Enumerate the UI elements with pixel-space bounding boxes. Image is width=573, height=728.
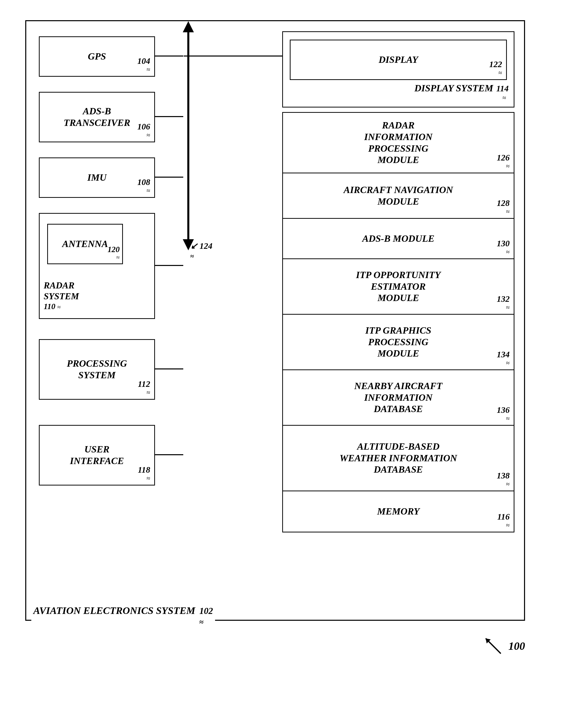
processing-system-label: PROCESSINGSYSTEM	[67, 358, 127, 381]
antenna-label: ANTENNA	[62, 238, 108, 250]
ads-b-module-box: ADS-B MODULE 130 ≈	[283, 219, 514, 259]
radar-system-label: RADARSYSTEM	[44, 280, 79, 302]
ui-hline	[155, 454, 183, 455]
radar-info-label: RADARINFORMATIONPROCESSINGMODULE	[364, 120, 432, 166]
aviation-electronics-border: AVIATION ELECTRONICS SYSTEM 102 ≈ GPS 10…	[25, 20, 525, 621]
ads-b-transceiver-label: ADS-BTRANSCEIVER	[64, 106, 130, 128]
radar-system-box: ANTENNA 120 ≈ RADARSYSTEM 110 ≈	[39, 213, 155, 319]
nearby-aircraft-label: NEARBY AIRCRAFTINFORMATIONDATABASE	[354, 380, 442, 415]
itp-graphics-ref: 134	[497, 350, 510, 359]
display-system-label: DISPLAY SYSTEM	[414, 82, 493, 94]
radar-info-box: RADARINFORMATIONPROCESSINGMODULE 126 ≈	[283, 113, 514, 173]
figure-ref: 100	[508, 640, 525, 653]
itp-opportunity-label: ITP OPPORTUNITYESTIMATORMODULE	[356, 269, 440, 304]
user-interface-box: USERINTERFACE 118 ≈	[39, 425, 155, 486]
itp-opportunity-box: ITP OPPORTUNITYESTIMATORMODULE 132 ≈	[283, 259, 514, 315]
ads-b-transceiver-ref: 106	[137, 122, 150, 131]
memory-box: MEMORY 116 ≈	[283, 491, 514, 532]
processing-hline	[155, 369, 183, 370]
itp-graphics-box: ITP GRAPHICSPROCESSINGMODULE 134 ≈	[283, 315, 514, 370]
bus-to-right-hline	[184, 56, 282, 57]
user-interface-label: USERINTERFACE	[70, 444, 124, 466]
gps-label: GPS	[88, 51, 106, 62]
aircraft-nav-ref: 128	[497, 198, 510, 208]
ads-b-module-ref: 130	[497, 239, 510, 248]
aviation-ref: 102 ≈	[199, 606, 213, 627]
memory-ref: 116	[497, 512, 510, 521]
aviation-label: AVIATION ELECTRONICS SYSTEM	[33, 605, 195, 617]
antenna-box: ANTENNA 120 ≈	[47, 224, 123, 264]
display-system-ref: 114	[496, 84, 509, 93]
gps-box: GPS 104 ≈	[39, 36, 155, 77]
radar-hline	[155, 265, 183, 266]
ads-b-hline	[155, 116, 183, 117]
modules-border: RADARINFORMATIONPROCESSINGMODULE 126 ≈ A…	[282, 112, 514, 533]
display-ref: 122	[489, 60, 502, 69]
ads-b-module-label: ADS-B MODULE	[362, 233, 434, 244]
display-system-tilde: ≈	[283, 94, 514, 102]
page: AVIATION ELECTRONICS SYSTEM 102 ≈ GPS 10…	[0, 0, 573, 728]
user-interface-ref: 118	[138, 465, 150, 474]
radar-system-ref: 110	[44, 302, 55, 311]
display-label: DISPLAY	[379, 54, 418, 66]
bus-ref-label: ↙ 124 ≈	[190, 241, 213, 261]
aircraft-nav-box: AIRCRAFT NAVIGATIONMODULE 128 ≈	[283, 173, 514, 219]
figure-arrow-icon	[483, 636, 503, 656]
imu-ref: 108	[137, 177, 150, 187]
imu-box: IMU 108 ≈	[39, 158, 155, 198]
diagram-container: AVIATION ELECTRONICS SYSTEM 102 ≈ GPS 10…	[25, 20, 545, 666]
ads-b-transceiver-box: ADS-BTRANSCEIVER 106 ≈	[39, 92, 155, 142]
aircraft-nav-label: AIRCRAFT NAVIGATIONMODULE	[344, 184, 453, 207]
altitude-weather-box: ALTITUDE-BASEDWEATHER INFORMATIONDATABAS…	[283, 426, 514, 491]
radar-info-ref: 126	[497, 153, 510, 163]
gps-hline	[155, 56, 183, 57]
antenna-ref: 120	[108, 245, 120, 254]
altitude-weather-ref: 138	[497, 471, 510, 481]
imu-hline	[155, 177, 183, 178]
itp-graphics-label: ITP GRAPHICSPROCESSINGMODULE	[365, 325, 431, 359]
display-system-border: DISPLAY 122 ≈ DISPLAY SYSTEM 114 ≈	[282, 31, 514, 108]
imu-label: IMU	[87, 172, 107, 183]
itp-opportunity-ref: 132	[497, 294, 510, 304]
nearby-aircraft-ref: 136	[497, 405, 510, 415]
processing-system-box: PROCESSINGSYSTEM 112 ≈	[39, 339, 155, 400]
memory-label: MEMORY	[377, 506, 420, 517]
processing-system-ref: 112	[138, 379, 150, 389]
nearby-aircraft-box: NEARBY AIRCRAFTINFORMATIONDATABASE 136 ≈	[283, 370, 514, 426]
display-box: DISPLAY 122 ≈	[290, 40, 507, 80]
figure-label-area: 100	[483, 636, 525, 656]
altitude-weather-label: ALTITUDE-BASEDWEATHER INFORMATIONDATABAS…	[340, 441, 457, 475]
gps-ref: 104	[137, 56, 150, 66]
